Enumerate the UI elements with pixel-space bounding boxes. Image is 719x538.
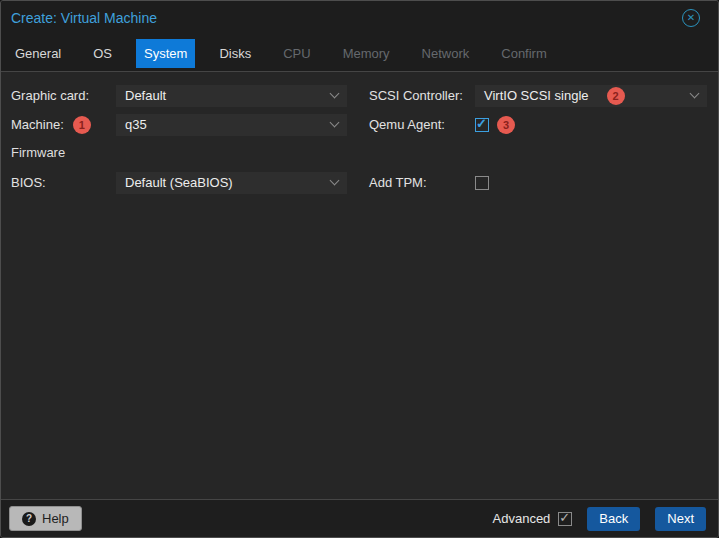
advanced-checkbox[interactable] <box>558 512 572 526</box>
machine-label: Machine: <box>11 117 64 132</box>
machine-row: Machine: 1 q35 <box>11 110 347 139</box>
advanced-label: Advanced <box>493 511 551 526</box>
graphic-card-select[interactable]: Default <box>116 85 347 107</box>
dialog-title: Create: Virtual Machine <box>11 10 157 26</box>
scsi-controller-value: VirtIO SCSI single <box>484 88 589 103</box>
back-button[interactable]: Back <box>587 507 640 531</box>
dialog-header: Create: Virtual Machine ✕ <box>1 1 718 35</box>
step-badge-1: 1 <box>73 116 91 134</box>
tab-memory: Memory <box>335 39 398 68</box>
graphic-card-label: Graphic card: <box>11 88 116 103</box>
chevron-down-icon <box>330 118 340 128</box>
qemu-agent-checkbox[interactable] <box>475 118 489 132</box>
tab-confirm: Confirm <box>493 39 555 68</box>
machine-select[interactable]: q35 <box>116 114 347 136</box>
chevron-down-icon <box>690 89 700 99</box>
machine-value: q35 <box>125 117 147 132</box>
close-icon[interactable]: ✕ <box>682 9 700 27</box>
graphic-card-row: Graphic card: Default <box>11 81 347 110</box>
form-column-right: SCSI Controller: VirtIO SCSI single 2 Qe… <box>369 81 707 197</box>
add-tpm-row: Add TPM: <box>369 168 707 197</box>
create-vm-dialog: Create: Virtual Machine ✕ General OS Sys… <box>0 0 719 538</box>
add-tpm-label: Add TPM: <box>369 175 475 190</box>
bios-label: BIOS: <box>11 175 116 190</box>
qemu-agent-label: Qemu Agent: <box>369 117 475 132</box>
wizard-tabbar: General OS System Disks CPU Memory Netwo… <box>1 35 718 72</box>
scsi-controller-row: SCSI Controller: VirtIO SCSI single 2 <box>369 81 707 110</box>
bios-value: Default (SeaBIOS) <box>125 175 233 190</box>
tab-network: Network <box>414 39 478 68</box>
tab-cpu: CPU <box>275 39 318 68</box>
chevron-down-icon <box>330 89 340 99</box>
tab-general[interactable]: General <box>7 39 69 68</box>
step-badge-3: 3 <box>497 116 515 134</box>
scsi-controller-label: SCSI Controller: <box>369 88 475 103</box>
add-tpm-checkbox[interactable] <box>475 176 489 190</box>
scsi-controller-select[interactable]: VirtIO SCSI single 2 <box>475 85 707 107</box>
chevron-down-icon <box>330 176 340 186</box>
firmware-section-row: Firmware <box>11 139 347 165</box>
next-button[interactable]: Next <box>655 507 706 531</box>
bios-select[interactable]: Default (SeaBIOS) <box>116 172 347 194</box>
form-column-left: Graphic card: Default Machine: 1 q35 <box>11 81 347 197</box>
dialog-footer: ? Help Advanced Back Next <box>1 499 718 537</box>
tab-os[interactable]: OS <box>85 39 120 68</box>
step-badge-2: 2 <box>607 87 625 105</box>
help-button-label: Help <box>42 511 69 526</box>
machine-label-wrap: Machine: 1 <box>11 116 116 134</box>
right-spacer-row <box>369 139 707 165</box>
bios-row: BIOS: Default (SeaBIOS) <box>11 168 347 197</box>
tab-disks[interactable]: Disks <box>211 39 259 68</box>
tab-system[interactable]: System <box>136 39 195 68</box>
qemu-agent-row: Qemu Agent: 3 <box>369 110 707 139</box>
footer-actions: Advanced Back Next <box>493 507 706 531</box>
firmware-section-label: Firmware <box>11 145 65 160</box>
question-mark-icon: ? <box>22 512 36 526</box>
form-body: Graphic card: Default Machine: 1 q35 <box>1 72 718 499</box>
graphic-card-value: Default <box>125 88 166 103</box>
help-button[interactable]: ? Help <box>9 506 82 531</box>
